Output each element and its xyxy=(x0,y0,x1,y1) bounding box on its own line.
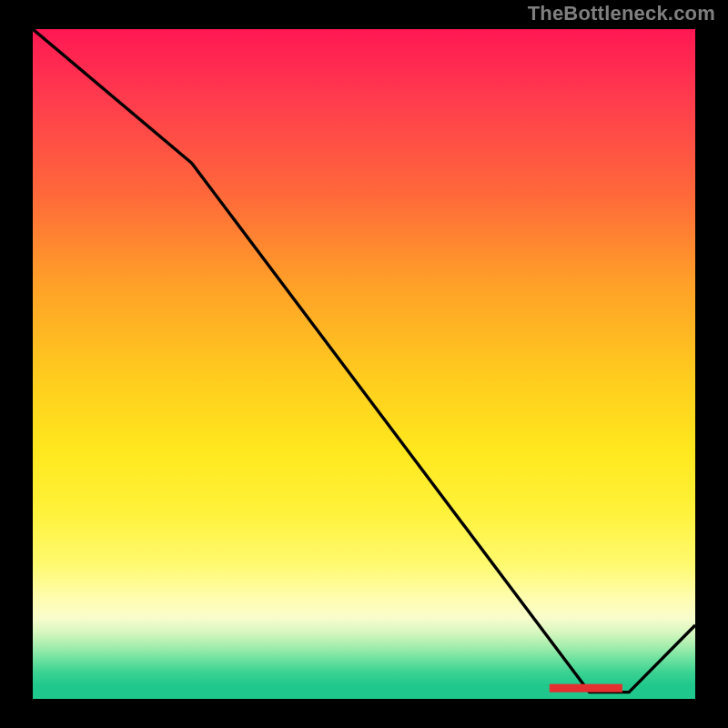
chart-svg xyxy=(33,29,695,699)
chart-canvas: TheBottleneck.com GeForce RTX 40 xyxy=(0,0,728,728)
marker-label: GeForce RTX 40 xyxy=(555,684,614,693)
data-line xyxy=(33,29,695,693)
plot-area: GeForce RTX 40 xyxy=(33,29,695,699)
watermark-text: TheBottleneck.com xyxy=(528,2,715,25)
